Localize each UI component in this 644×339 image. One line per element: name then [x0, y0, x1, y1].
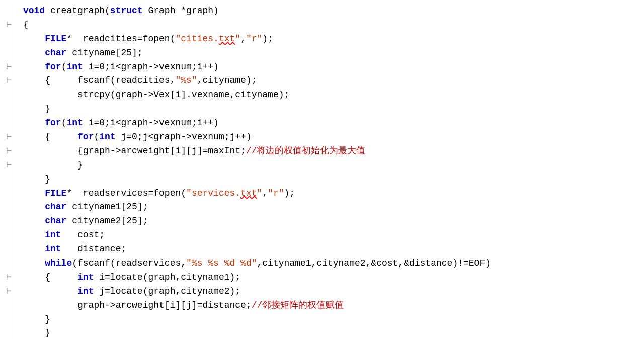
code-line-11: {graph->arcweight[i][j]=maxInt;//将边的权值初始…: [23, 144, 644, 158]
code-line-2: {: [23, 18, 644, 32]
code-line-18: int distance;: [23, 242, 644, 257]
line-num-13: [2, 173, 12, 187]
code-line-3: FILE* readcities=fopen("cities.txt","r")…: [23, 32, 644, 46]
line-num-19: [2, 257, 12, 271]
line-num-18: [2, 242, 12, 257]
code-line-6: { fscanf(readcities,"%s",cityname);: [23, 74, 644, 88]
code-lines: void creatgraph(struct Graph *graph) { F…: [15, 4, 644, 339]
code-line-7: strcpy(graph->Vex[i].vexname,cityname);: [23, 88, 644, 102]
code-line-20: { int i=locate(graph,cityname1);: [23, 271, 644, 285]
line-num-17: [2, 228, 12, 242]
line-num-5: ⊢: [2, 60, 12, 74]
code-line-23: }: [23, 313, 644, 327]
code-line-19: while(fscanf(readservices,"%s %s %d %d",…: [23, 257, 644, 271]
code-line-13: }: [23, 173, 644, 187]
line-num-6: ⊢: [2, 74, 12, 88]
line-num-10: ⊢: [2, 130, 12, 144]
code-line-24: }: [23, 326, 644, 339]
code-line-8: }: [23, 102, 644, 116]
line-num-21: ⊢: [2, 285, 12, 299]
code-line-5: for(int i=0;i<graph->vexnum;i++): [23, 60, 644, 74]
line-num-3: [2, 32, 12, 46]
line-num-24: [2, 326, 12, 339]
line-num-16: [2, 214, 12, 228]
code-line-14: FILE* readservices=fopen("services.txt",…: [23, 187, 644, 201]
code-line-12: }: [23, 158, 644, 173]
code-line-10: { for(int j=0;j<graph->vexnum;j++): [23, 130, 644, 144]
code-editor: ⊢ ⊢ ⊢ ⊢ ⊢ ⊢ ⊢ ⊢ void creatgraph(struct G…: [0, 0, 644, 339]
line-num-9: [2, 116, 12, 130]
line-num-23: [2, 313, 12, 327]
line-num-11: ⊢: [2, 144, 12, 158]
code-line-16: char cityname2[25];: [23, 214, 644, 228]
line-num-8: [2, 102, 12, 116]
line-num-22: [2, 299, 12, 313]
line-num-20: ⊢: [2, 271, 12, 285]
code-line-22: graph->arcweight[i][j]=distance;//邻接矩阵的权…: [23, 299, 644, 313]
code-line-1: void creatgraph(struct Graph *graph): [23, 4, 644, 18]
line-num-15: [2, 200, 12, 214]
code-line-9: for(int i=0;i<graph->vexnum;i++): [23, 116, 644, 130]
line-num-4: [2, 46, 12, 60]
line-num-1: [2, 4, 12, 18]
line-num-7: [2, 88, 12, 102]
code-line-15: char cityname1[25];: [23, 200, 644, 214]
line-num-12: ⊢: [2, 158, 12, 173]
line-num-14: [2, 187, 12, 201]
code-line-17: int cost;: [23, 228, 644, 242]
line-numbers: ⊢ ⊢ ⊢ ⊢ ⊢ ⊢ ⊢ ⊢: [0, 4, 15, 339]
line-num-2: ⊢: [2, 18, 12, 32]
code-line-21: int j=locate(graph,cityname2);: [23, 285, 644, 299]
code-line-4: char cityname[25];: [23, 46, 644, 60]
